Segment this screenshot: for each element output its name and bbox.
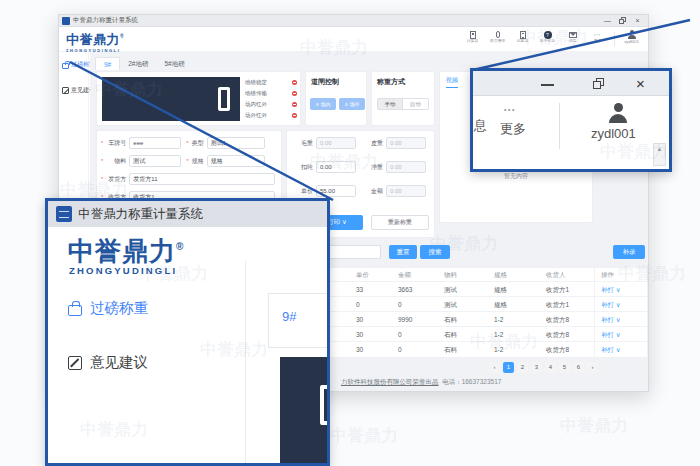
scale-tabs: 9# 2#地磅 5#地磅 [95, 57, 193, 70]
toolbar-more[interactable]: ⋯ 更多 [585, 30, 610, 44]
type-input[interactable] [207, 137, 265, 149]
reprint-link[interactable]: 补打 ∨ [594, 327, 647, 341]
toolbar-voice[interactable]: 语音播报 [485, 30, 510, 44]
reweigh-button[interactable]: 重新称重 [371, 215, 429, 230]
scale-display-card: 地磅稳定 地磅传输 场内红外 场外红外 [96, 71, 301, 126]
material-label: 物料 [104, 157, 126, 166]
page-button[interactable]: 2 [517, 362, 528, 373]
edit-icon [68, 356, 82, 370]
page-button[interactable]: 3 [531, 362, 542, 373]
mode-manual-button[interactable]: 手动 [377, 98, 403, 110]
restore-icon[interactable] [615, 15, 630, 27]
more-label: 更多 [500, 120, 526, 138]
message-icon [569, 32, 577, 38]
guide-icon: ? [544, 31, 552, 39]
gate-outer-button[interactable]: ∧ 场外 [339, 98, 365, 110]
status-scale-stable: 地磅稳定 [245, 79, 297, 86]
chevron-down-icon: ∨ [616, 346, 621, 353]
tare-input [386, 137, 426, 149]
toolbar-calculator[interactable]: 计算器 [460, 30, 485, 44]
pagination: ‹ 1 2 3 4 5 6 › [489, 362, 598, 373]
tab-scale-5[interactable]: 5#地磅 [156, 57, 192, 70]
callout-tab-underline [268, 347, 327, 348]
gate-inner-button[interactable]: ∧ 场内 [310, 98, 336, 110]
reprint-link[interactable]: 补打 ∨ [594, 342, 647, 357]
price-input[interactable] [316, 185, 356, 197]
weigh-mode-card: 称重方式 手动 自动 [371, 71, 435, 126]
page-button[interactable]: 5 [559, 362, 570, 373]
status-scale-transmit: 地磅传输 [245, 90, 297, 97]
tab-video[interactable]: 视频 [446, 76, 458, 88]
chevron-down-icon: ∨ [616, 286, 621, 293]
seven-segment-zero [218, 87, 230, 111]
watermark: 中誉鼎力 [330, 424, 398, 447]
status-infrared-out: 场外红外 [245, 112, 297, 119]
search-button[interactable]: 搜索 [420, 245, 450, 259]
close-icon[interactable]: × [630, 15, 645, 27]
deduct-input[interactable] [316, 161, 356, 173]
page-button[interactable]: 1 [503, 362, 514, 373]
mode-auto-button[interactable]: 自动 [403, 98, 429, 110]
window-titlebar: 中誉鼎力称重计量系统 — × [59, 15, 648, 27]
toolbar-message[interactable]: 消息 [560, 30, 585, 44]
gate-control-card: 道闸控制 ∧ 场内 ∧ 场外 [305, 71, 367, 126]
tab-scale-9[interactable]: 9# [95, 57, 120, 70]
type-label: 类型 [190, 139, 204, 148]
registered-mark: ® [176, 241, 184, 252]
weight-led-display [102, 77, 240, 121]
status-infrared-in: 场内红外 [245, 101, 297, 108]
deduct-label: 扣吨 [291, 163, 313, 172]
reset-button[interactable]: 重置 [389, 245, 417, 259]
material-input[interactable] [129, 155, 181, 167]
status-dot-icon [292, 80, 297, 85]
minimize-icon[interactable]: — [600, 15, 615, 27]
toolbar-guide[interactable]: ? 新手引导 [535, 30, 560, 44]
header-toolbar: 计算器 语音播报 记事本 ? 新手引导 消息 ⋯ 更多 [460, 30, 644, 46]
chevron-down-icon: ∨ [616, 316, 621, 323]
callout-sidebar-item-feedback: 意见建议 [68, 353, 148, 372]
notepad-icon [520, 31, 526, 39]
chevron-up-icon: ∧ [344, 101, 348, 107]
prev-page-icon[interactable]: ‹ [489, 362, 500, 373]
callout-led-display [280, 357, 327, 463]
callout-sidebar-zoom: 中誉鼎力称重计量系统 中誉鼎力® ZHONGYUDINGLI 过磅称重 意见建议… [45, 198, 330, 466]
reprint-link[interactable]: 补打 ∨ [594, 312, 647, 326]
page-button[interactable]: 4 [545, 362, 556, 373]
toolbar-notepad[interactable]: 记事本 [510, 30, 535, 44]
reprint-link[interactable]: 补打 ∨ [594, 297, 647, 311]
calculator-icon [470, 31, 476, 39]
chevron-down-icon: ∨ [616, 301, 621, 308]
plate-input[interactable] [129, 137, 181, 149]
plate-label: 车牌号 [104, 139, 126, 148]
minimize-icon [541, 84, 554, 86]
app-icon [56, 206, 72, 222]
amount-input [386, 185, 426, 197]
shipper-label: 发货方 [104, 175, 126, 184]
tab-scale-2[interactable]: 2#地磅 [120, 57, 156, 70]
page-button[interactable]: 6 [573, 362, 584, 373]
user-name: zydl001 [621, 39, 642, 44]
scrollbar-up-icon: ▲ [653, 143, 666, 166]
chevron-up-icon: ∧ [315, 101, 319, 107]
divider [559, 103, 560, 149]
callout-titlebar: × [473, 71, 669, 96]
spec-input[interactable] [207, 155, 265, 167]
toolbar-divider [614, 32, 615, 46]
close-icon: × [636, 71, 645, 96]
next-page-icon[interactable]: › [587, 362, 598, 373]
chevron-down-icon: ∨ [342, 218, 347, 225]
window-title: 中誉鼎力称重计量系统 [73, 16, 600, 25]
empty-placeholder: 暂无内容 [440, 172, 592, 181]
reprint-link[interactable]: 补打 ∨ [594, 282, 647, 296]
status-dot-icon [292, 91, 297, 96]
shipper-input[interactable] [129, 173, 275, 185]
user-menu[interactable]: zydl001 [619, 30, 644, 45]
watermark: 中誉鼎力 [560, 414, 628, 437]
callout-user-zoom: × 息 ••• 更多 zydl001 ▲ [470, 68, 672, 172]
company-credit: 力软件科技股份有限公司荣誉出品 [341, 378, 439, 385]
status-dot-icon [292, 102, 297, 107]
app-icon [62, 17, 70, 25]
supplement-button[interactable]: 补录 [613, 245, 645, 259]
brand-name: 中誉鼎力 [66, 32, 120, 47]
more-icon: ⋯ [594, 30, 602, 39]
